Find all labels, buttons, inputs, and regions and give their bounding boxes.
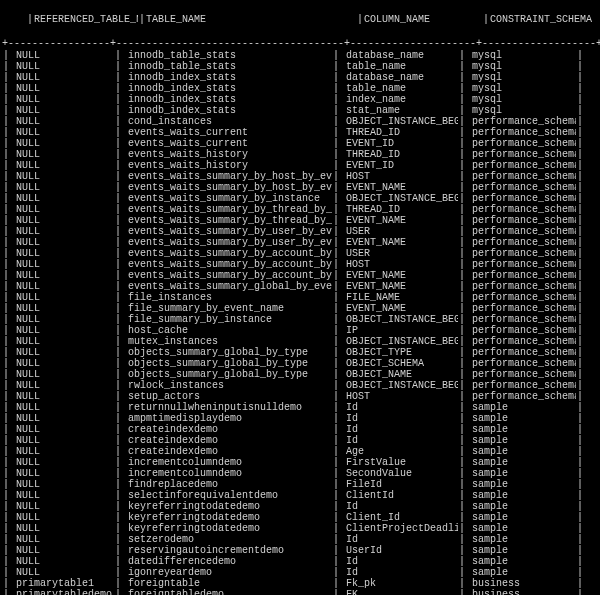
- table-row: | NULL| findreplacedemo| FileId| sample|: [2, 479, 598, 490]
- table-row: | NULL| events_waits_summary_by_account_…: [2, 270, 598, 281]
- table-row: | NULL| innodb_index_stats| table_name| …: [2, 83, 598, 94]
- table-row: | NULL| events_waits_current| EVENT_ID| …: [2, 138, 598, 149]
- table-body: | NULL| innodb_table_stats| database_nam…: [2, 50, 598, 595]
- table-row: | NULL| events_waits_summary_by_user_by_…: [2, 237, 598, 248]
- pipe-icon: |: [2, 589, 10, 595]
- table-row: | NULL| objects_summary_global_by_type| …: [2, 369, 598, 380]
- table-row: | NULL| events_waits_current| THREAD_ID|…: [2, 127, 598, 138]
- table-row: | NULL| selectinforequivalentdemo| Clien…: [2, 490, 598, 501]
- table-row: | NULL| incrementcolumndemo| FirstValue|…: [2, 457, 598, 468]
- table-row: | NULL| cond_instances| OBJECT_INSTANCE_…: [2, 116, 598, 127]
- table-row: | NULL| events_waits_summary_by_account_…: [2, 248, 598, 259]
- table-row: | NULL| setzerodemo| Id| sample|: [2, 534, 598, 545]
- table-row: | NULL| igonreyeardemo| Id| sample|: [2, 567, 598, 578]
- table-row: | NULL| innodb_index_stats| database_nam…: [2, 72, 598, 83]
- table-row: | NULL| createindexdemo| Id| sample|: [2, 424, 598, 435]
- pipe-icon: |: [356, 14, 364, 26]
- col-table-name: TABLE_NAME: [146, 14, 356, 26]
- pipe-icon: |: [482, 14, 490, 26]
- table-row: | NULL| keyreferringtodatedemo| Id| samp…: [2, 501, 598, 512]
- cell-column-name: FK: [340, 589, 458, 595]
- table-row: | NULL| keyreferringtodatedemo| Client_I…: [2, 512, 598, 523]
- cell-constraint-schema: business: [466, 589, 576, 595]
- table-row: | NULL| datedifferencedemo| Id| sample|: [2, 556, 598, 567]
- separator-line: +-----------------+---------------------…: [2, 38, 598, 50]
- table-row: | NULL| events_waits_summary_by_thread_b…: [2, 204, 598, 215]
- table-row: | NULL| events_waits_summary_by_host_by_…: [2, 182, 598, 193]
- table-row: | NULL| events_waits_summary_by_instance…: [2, 193, 598, 204]
- pipe-icon: |: [332, 589, 340, 595]
- table-row: | NULL| mutex_instances| OBJECT_INSTANCE…: [2, 336, 598, 347]
- pipe-icon: |: [138, 14, 146, 26]
- col-constraint-schema: CONSTRAINT_SCHEMA: [490, 14, 600, 26]
- pipe-icon: |: [114, 589, 122, 595]
- table-row: | NULL| createindexdemo| Age| sample|: [2, 446, 598, 457]
- table-row: | NULL| setup_actors| HOST| performance_…: [2, 391, 598, 402]
- table-row: | NULL| innodb_index_stats| stat_name| m…: [2, 105, 598, 116]
- table-row: | NULL| host_cache| IP| performance_sche…: [2, 325, 598, 336]
- table-row: | NULL| innodb_index_stats| index_name| …: [2, 94, 598, 105]
- table-row: | NULL| events_waits_history| EVENT_ID| …: [2, 160, 598, 171]
- table-row: | NULL| events_waits_summary_by_account_…: [2, 259, 598, 270]
- table-row: | NULL| rwlock_instances| OBJECT_INSTANC…: [2, 380, 598, 391]
- table-row: | NULL| events_waits_summary_global_by_e…: [2, 281, 598, 292]
- table-row: | primarytabledemo| foreigntabledemo| FK…: [2, 589, 598, 595]
- cell-table-name: foreigntabledemo: [122, 589, 332, 595]
- table-row: | NULL| reservingautoincrementdemo| User…: [2, 545, 598, 556]
- table-row: | NULL| file_instances| FILE_NAME| perfo…: [2, 292, 598, 303]
- col-column-name: COLUMN_NAME: [364, 14, 482, 26]
- table-row: | NULL| ampmtimedisplaydemo| Id| sample|: [2, 413, 598, 424]
- col-referenced-table-name: REFERENCED_TABLE_NAME: [34, 14, 138, 26]
- table-row: | NULL| objects_summary_global_by_type| …: [2, 358, 598, 369]
- table-row: | NULL| returnnullwheninputisnulldemo| I…: [2, 402, 598, 413]
- table-row: | NULL| incrementcolumndemo| SecondValue…: [2, 468, 598, 479]
- table-row: | NULL| createindexdemo| Id| sample|: [2, 435, 598, 446]
- table-row: | NULL| innodb_table_stats| database_nam…: [2, 50, 598, 61]
- pipe-icon: |: [26, 14, 34, 26]
- table-row: | NULL| events_waits_summary_by_host_by_…: [2, 171, 598, 182]
- pipe-icon: |: [576, 589, 584, 595]
- table-row: | NULL| events_waits_summary_by_user_by_…: [2, 226, 598, 237]
- table-row: | NULL| file_summary_by_event_name| EVEN…: [2, 303, 598, 314]
- table-row: | NULL| innodb_table_stats| table_name| …: [2, 61, 598, 72]
- pipe-icon: |: [458, 589, 466, 595]
- cell-referenced-table-name: primarytabledemo: [10, 589, 114, 595]
- table-header-row: |REFERENCED_TABLE_NAME|TABLE_NAME|COLUMN…: [2, 2, 598, 38]
- terminal-output: |REFERENCED_TABLE_NAME|TABLE_NAME|COLUMN…: [0, 0, 600, 595]
- table-row: | primarytable1| foreigntable| Fk_pk| bu…: [2, 578, 598, 589]
- table-row: | NULL| file_summary_by_instance| OBJECT…: [2, 314, 598, 325]
- table-row: | NULL| events_waits_history| THREAD_ID|…: [2, 149, 598, 160]
- table-row: | NULL| objects_summary_global_by_type| …: [2, 347, 598, 358]
- table-row: | NULL| keyreferringtodatedemo| ClientPr…: [2, 523, 598, 534]
- table-row: | NULL| events_waits_summary_by_thread_b…: [2, 215, 598, 226]
